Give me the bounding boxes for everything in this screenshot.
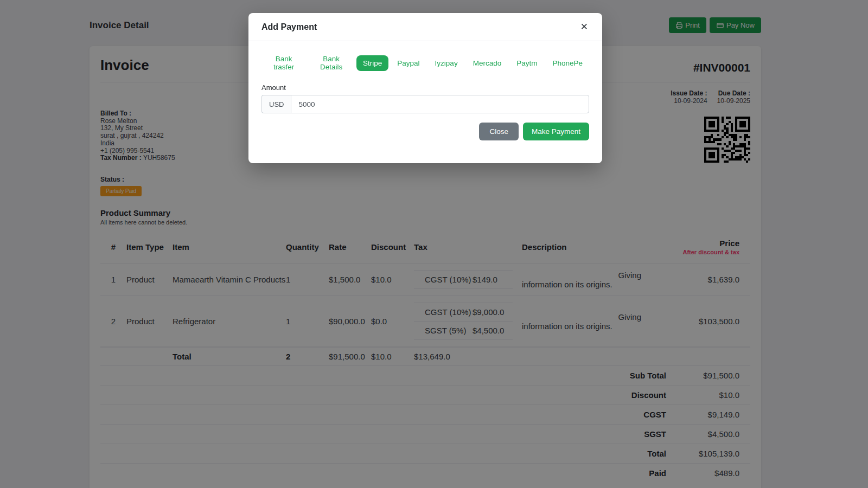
modal-title: Add Payment [261,22,317,32]
close-icon[interactable]: ✕ [579,21,589,33]
amount-label: Amount [261,84,589,92]
modal-header: Add Payment ✕ [248,13,602,41]
tab-mercado[interactable]: Mercado [467,55,508,71]
amount-input-group: USD [261,95,589,113]
tab-stripe[interactable]: Stripe [356,55,388,71]
tab-bank-transfer[interactable]: Bank trasfer [261,51,306,75]
close-button[interactable]: Close [479,123,519,140]
amount-input[interactable] [291,95,589,113]
make-payment-button[interactable]: Make Payment [523,123,589,140]
tab-paypal[interactable]: Paypal [391,55,426,71]
currency-addon: USD [261,95,291,113]
payment-method-tabs: Bank trasfer Bank Details Stripe Paypal … [261,51,589,75]
tab-paytm[interactable]: Paytm [510,55,544,71]
tab-iyzipay[interactable]: Iyzipay [429,55,464,71]
tab-bank-details[interactable]: Bank Details [308,51,354,75]
tab-phonepe[interactable]: PhonePe [546,55,589,71]
modal-actions: Close Make Payment [261,123,589,140]
modal-body: Bank trasfer Bank Details Stripe Paypal … [248,41,602,163]
add-payment-modal: Add Payment ✕ Bank trasfer Bank Details … [248,13,602,163]
